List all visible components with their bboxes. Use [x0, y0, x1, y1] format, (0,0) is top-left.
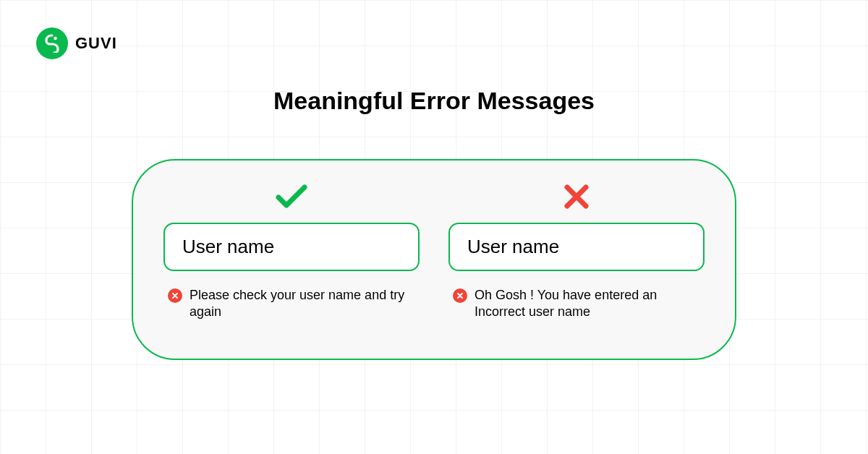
error-text-good: Please check your user name and try agai… [190, 287, 407, 321]
bad-example-column: User name Oh Gosh ! You have entered an … [448, 181, 705, 337]
username-field-good[interactable]: User name [163, 223, 420, 271]
logo-mark-icon [36, 27, 68, 59]
svg-point-0 [54, 37, 56, 40]
good-example-column: User name Please check your user name an… [163, 181, 420, 337]
error-badge-icon [168, 288, 182, 303]
comparison-card: User name Please check your user name an… [132, 159, 736, 360]
error-badge-icon [453, 288, 467, 303]
error-message-good: Please check your user name and try agai… [163, 287, 420, 321]
page-title: Meaningful Error Messages [0, 87, 868, 115]
brand-logo: GUVI [36, 27, 117, 59]
cross-icon [563, 181, 590, 213]
error-text-bad: Oh Gosh ! You have entered an Incorrect … [475, 287, 692, 321]
brand-name: GUVI [75, 34, 117, 53]
username-field-bad[interactable]: User name [448, 223, 705, 271]
error-message-bad: Oh Gosh ! You have entered an Incorrect … [448, 287, 705, 321]
check-icon [276, 181, 307, 213]
